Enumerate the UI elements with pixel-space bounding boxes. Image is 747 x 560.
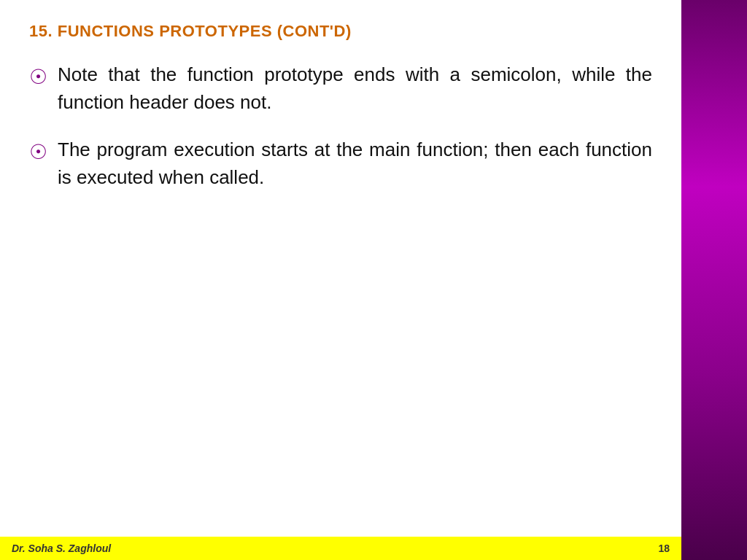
bullet-symbol-1: ☉ (29, 63, 47, 93)
main-content: 15. FUNCTIONS PROTOTYPES (CONT'D) ☉ Note… (0, 0, 681, 560)
footer-author: Dr. Soha S. Zaghloul (12, 542, 111, 554)
slide-container: 15. FUNCTIONS PROTOTYPES (CONT'D) ☉ Note… (0, 0, 747, 560)
bullet-item-1: ☉ Note that the function prototype ends … (29, 61, 652, 116)
footer-page: 18 (658, 542, 670, 554)
bullet-text-1: Note that the function prototype ends wi… (58, 61, 652, 116)
bullet-item-2: ☉ The program execution starts at the ma… (29, 136, 652, 191)
bullet-text-2: The program execution starts at the main… (58, 136, 652, 191)
footer-bar: Dr. Soha S. Zaghloul 18 (0, 537, 681, 560)
bullet-list: ☉ Note that the function prototype ends … (29, 61, 652, 192)
bullet-symbol-2: ☉ (29, 138, 47, 168)
right-sidebar (681, 0, 747, 560)
slide-title: 15. FUNCTIONS PROTOTYPES (CONT'D) (29, 22, 652, 41)
